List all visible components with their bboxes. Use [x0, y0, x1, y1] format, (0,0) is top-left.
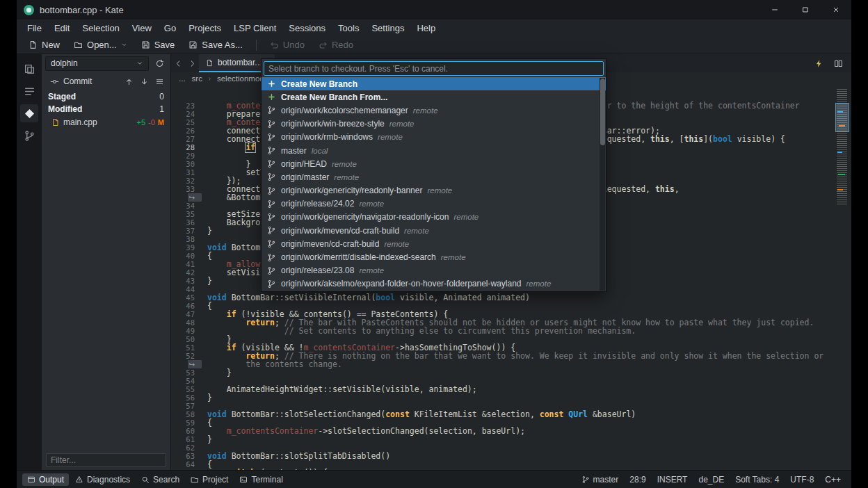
menu-item-projects[interactable]: Projects [182, 22, 227, 35]
breadcrumb-src[interactable]: src [190, 74, 204, 83]
code-text[interactable]: AnimatedHeightWidget::setVisible(visible… [202, 385, 477, 393]
branch-list-scrollbar[interactable] [600, 78, 605, 291]
code-text[interactable] [202, 377, 207, 385]
git-menu-button[interactable] [152, 74, 167, 89]
statusbar-encoding[interactable]: UTF-8 [785, 473, 819, 486]
branch-list-item[interactable]: masterlocal [262, 144, 606, 157]
modified-section[interactable]: Modified 1 [42, 103, 170, 115]
forward-button[interactable] [185, 54, 199, 72]
statusbar-input-mode[interactable]: INSERT [652, 473, 693, 486]
minimap-viewport[interactable] [835, 103, 849, 132]
branch-list-item[interactable]: origin/work/merritt/disable-indexed-sear… [262, 250, 606, 263]
code-text[interactable]: } [202, 393, 212, 402]
close-button[interactable] [821, 0, 851, 19]
maximize-button[interactable] [790, 0, 821, 19]
menu-item-tools[interactable]: Tools [332, 22, 365, 35]
statusbar-output-toggle[interactable]: Output [22, 473, 69, 486]
breadcrumb-overflow[interactable]: ... [177, 74, 188, 83]
git-filter-input[interactable] [46, 453, 166, 467]
code-text[interactable]: } [202, 368, 232, 377]
code-line[interactable]: 53 } [171, 368, 851, 377]
undo-button[interactable]: Undo [264, 38, 311, 52]
code-text[interactable]: // Set contents to anything else to circ… [202, 327, 636, 335]
branch-list-item[interactable]: origin/HEADremote [262, 157, 606, 170]
back-button[interactable] [171, 54, 185, 72]
branch-list-item[interactable]: origin/work/genericity/navigator-readonl… [262, 211, 606, 224]
branch-list-item[interactable]: origin/work/meven/cd-craft-buildremote [262, 224, 606, 237]
open-button[interactable]: Open... [67, 38, 134, 52]
quick-actions-icon[interactable] [811, 56, 826, 71]
branch-action-item[interactable]: Create New Branch [262, 77, 606, 90]
code-text[interactable]: } [202, 435, 212, 444]
refresh-button[interactable] [152, 56, 167, 71]
branch-list-item[interactable]: origin/work/win-breeze-styleremote [262, 117, 606, 131]
code-line[interactable]: 55 AnimatedHeightWidget::setVisible(visi… [171, 385, 851, 393]
code-text[interactable]: m_contentsContainer->slotSelectionChange… [202, 427, 525, 435]
code-text[interactable] [202, 402, 207, 410]
code-line[interactable]: 58void BottomBar::slotSelectionChanged(c… [171, 410, 851, 418]
statusbar-git-branch[interactable]: master [577, 473, 624, 486]
menu-item-view[interactable]: View [126, 22, 158, 35]
code-line[interactable]: 56} [171, 393, 851, 402]
pull-button[interactable] [136, 74, 152, 89]
redo-button[interactable]: Redo [312, 38, 360, 52]
menu-item-settings[interactable]: Settings [365, 22, 410, 35]
code-line[interactable]: 61} [171, 435, 851, 444]
branch-list-item[interactable]: origin/release/24.02remote [262, 197, 606, 211]
statusbar-terminal-toggle[interactable]: Terminal [234, 473, 287, 486]
code-line[interactable]: 49 // Set contents to anything else to c… [171, 327, 851, 335]
documents-icon[interactable] [20, 60, 38, 78]
modified-file-row[interactable]: main.cpp +5 -0 M [42, 115, 170, 129]
code-line[interactable]: 45void BottomBar::setVisibleInternal(boo… [171, 293, 851, 302]
code-line[interactable]: 63void BottomBar::slotSplitTabDisabled() [171, 452, 851, 460]
new-button[interactable]: New [22, 38, 66, 52]
branch-list-item[interactable]: origin/release/23.08remote [262, 264, 606, 277]
branch-list-item[interactable]: origin/work/rmb-windowsremote [262, 131, 606, 144]
project-selector[interactable]: dolphin [45, 56, 149, 71]
menu-item-file[interactable]: File [21, 22, 48, 35]
save-button[interactable]: Save [135, 38, 182, 52]
push-button[interactable] [121, 74, 136, 89]
code-text[interactable]: void BottomBar::slotSplitTabDisabled() [202, 452, 390, 460]
scrollbar-thumb[interactable] [600, 79, 605, 145]
code-text[interactable] [202, 202, 207, 210]
menu-item-lsp-client[interactable]: LSP Client [227, 22, 282, 35]
code-text[interactable]: } [202, 277, 212, 285]
statusbar-search-toggle[interactable]: Search [136, 473, 184, 486]
statusbar-dictionary[interactable]: de_DE [693, 473, 729, 486]
branch-search-input[interactable] [264, 61, 604, 76]
filesystem-browser-icon[interactable] [20, 82, 38, 100]
menu-item-go[interactable]: Go [158, 22, 182, 35]
statusbar-syntax-mode[interactable]: C++ [820, 473, 846, 486]
code-text[interactable]: void BottomBar::slotSelectionChanged(con… [202, 410, 636, 418]
menu-item-edit[interactable]: Edit [48, 22, 76, 35]
statusbar-project-toggle[interactable]: Project [186, 473, 233, 486]
git-tool-icon[interactable] [20, 104, 38, 122]
branch-action-item[interactable]: Create New Branch From... [262, 90, 606, 104]
statusbar-cursor-position[interactable]: 28:9 [625, 473, 650, 486]
branch-list-item[interactable]: origin/masterremote [262, 170, 606, 184]
code-text[interactable] [202, 235, 207, 243]
statusbar-diagnostics-toggle[interactable]: Diagnostics [70, 473, 135, 486]
projects-icon[interactable] [20, 127, 38, 145]
code-text[interactable]: } [202, 227, 212, 235]
minimap-scrollbar[interactable] [835, 85, 850, 470]
commit-button[interactable]: Commit [45, 75, 97, 88]
branch-list-item[interactable]: origin/work/kcolorschememanagerremote [262, 104, 606, 117]
staged-section[interactable]: Staged 0 [42, 90, 170, 103]
branch-list-item[interactable]: origin/work/genericity/readonly-bannerre… [262, 184, 606, 197]
branch-list-item[interactable]: origin/meven/cd-craft-buildremote [262, 237, 606, 250]
minimize-button[interactable] [760, 0, 790, 19]
branch-list-item[interactable]: origin/work/akselmo/expand-folder-on-hov… [262, 277, 606, 291]
code-line[interactable]: 60 m_contentsContainer->slotSelectionCha… [171, 427, 851, 435]
menu-item-selection[interactable]: Selection [76, 22, 125, 35]
code-line[interactable]: ↪ the contents change. [171, 360, 851, 368]
code-text[interactable]: void BottomBar::setVisibleInternal(bool … [202, 293, 530, 302]
menu-item-sessions[interactable]: Sessions [282, 22, 332, 35]
menu-item-help[interactable]: Help [410, 22, 442, 35]
split-view-icon[interactable] [830, 56, 846, 71]
code-text[interactable] [202, 444, 207, 452]
save-as-button[interactable]: Save As... [182, 38, 249, 52]
code-text[interactable] [202, 285, 207, 293]
statusbar-tab-settings[interactable]: Soft Tabs: 4 [730, 473, 784, 486]
